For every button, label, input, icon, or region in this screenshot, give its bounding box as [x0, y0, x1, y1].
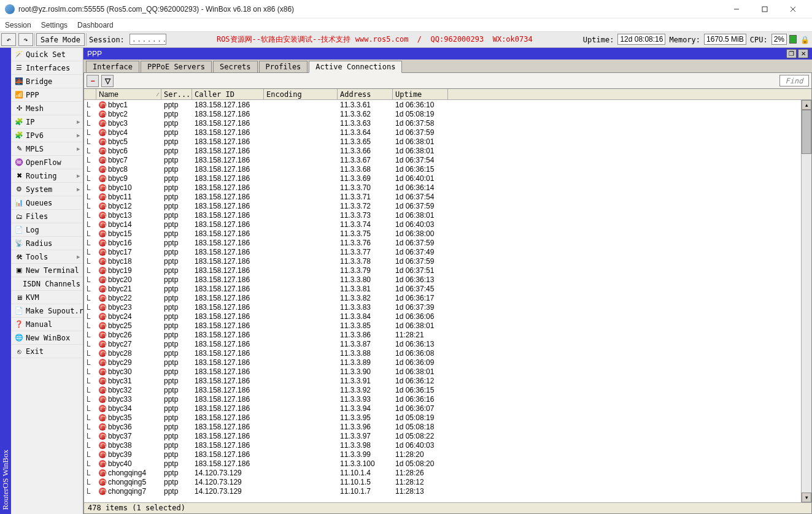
row-flag: L: [84, 431, 96, 440]
scroll-thumb[interactable]: [802, 110, 811, 154]
table-row[interactable]: Lbbyc35pptp183.158.127.18611.3.3.951d 05…: [84, 413, 801, 422]
close-button[interactable]: [779, 0, 807, 18]
row-encoding: [264, 440, 338, 450]
table-row[interactable]: Lbbyc25pptp183.158.127.18611.3.3.851d 06…: [84, 321, 801, 330]
table-row[interactable]: Lbbyc18pptp183.158.127.18611.3.3.781d 06…: [84, 256, 801, 266]
table-row[interactable]: Lbbyc27pptp183.158.127.18611.3.3.871d 06…: [84, 339, 801, 348]
remove-button[interactable]: −: [87, 75, 99, 87]
sidebar-item-new-winbox[interactable]: 🌐New WinBox: [11, 331, 83, 345]
row-caller: 183.158.127.186: [192, 174, 264, 183]
col-encoding: Encoding: [264, 89, 338, 99]
sidebar-item-radius[interactable]: 📡Radius: [11, 237, 83, 250]
sidebar-item-openflow[interactable]: ♒OpenFlow: [11, 156, 83, 169]
sidebar-item-ppp[interactable]: 📶PPP: [11, 88, 83, 102]
table-row[interactable]: Lbbyc6pptp183.158.127.18611.3.3.661d 06:…: [84, 146, 801, 155]
table-row[interactable]: Lbbyc24pptp183.158.127.18611.3.3.841d 06…: [84, 312, 801, 321]
table-row[interactable]: Lbbyc31pptp183.158.127.18611.3.3.911d 06…: [84, 376, 801, 385]
sidebar-item-make-supout.rif[interactable]: 📄Make Supout.rif: [11, 304, 83, 318]
table-row[interactable]: Lbbyc26pptp183.158.127.18611.3.3.8611:28…: [84, 330, 801, 339]
sidebar-item-routing[interactable]: ✖Routing▸: [11, 169, 83, 183]
connection-icon: [99, 331, 106, 339]
sidebar-item-bridge[interactable]: 🌉Bridge: [11, 75, 83, 88]
table-row[interactable]: Lbbyc23pptp183.158.127.18611.3.3.831d 06…: [84, 302, 801, 312]
table-row[interactable]: Lbbyc7pptp183.158.127.18611.3.3.671d 06:…: [84, 155, 801, 164]
find-input[interactable]: Find: [779, 75, 809, 86]
minimize-button[interactable]: [722, 0, 751, 18]
table-row[interactable]: Lbbyc4pptp183.158.127.18611.3.3.641d 06:…: [84, 128, 801, 137]
sidebar-item-new-terminal[interactable]: ▣New Terminal: [11, 264, 83, 277]
tab-interface[interactable]: Interface: [86, 61, 139, 73]
table-row[interactable]: Lbbyc15pptp183.158.127.18611.3.3.751d 06…: [84, 229, 801, 238]
table-row[interactable]: Lbbyc16pptp183.158.127.18611.3.3.761d 06…: [84, 238, 801, 247]
sidebar-item-isdn-channels[interactable]: ISDN Channels: [11, 277, 83, 291]
tab-profiles[interactable]: Profiles: [259, 61, 308, 73]
sidebar-item-ipv6[interactable]: 🧩IPv6▸: [11, 129, 83, 142]
scroll-down-button[interactable]: ▾: [802, 493, 811, 502]
table-row[interactable]: Lbbyc29pptp183.158.127.18611.3.3.891d 06…: [84, 358, 801, 367]
menu-settings[interactable]: Settings: [41, 21, 68, 29]
menu-session[interactable]: Session: [5, 21, 31, 29]
table-row[interactable]: Lbbyc8pptp183.158.127.18611.3.3.681d 06:…: [84, 164, 801, 174]
table-row[interactable]: Lbbyc12pptp183.158.127.18611.3.3.721d 06…: [84, 201, 801, 210]
table-row[interactable]: Lbbyc10pptp183.158.127.18611.3.3.701d 06…: [84, 183, 801, 192]
filter-button[interactable]: ▽: [101, 75, 114, 87]
table-row[interactable]: Lbbyc13pptp183.158.127.18611.3.3.731d 06…: [84, 210, 801, 220]
scroll-up-button[interactable]: ▴: [802, 100, 811, 110]
table-row[interactable]: Lbbyc38pptp183.158.127.18611.3.3.981d 06…: [84, 440, 801, 450]
grid-header[interactable]: Name∕ Ser... Caller ID Encoding Address …: [84, 89, 811, 100]
table-row[interactable]: Lbbyc9pptp183.158.127.18611.3.3.691d 06:…: [84, 174, 801, 183]
table-row[interactable]: Lbbyc2pptp183.158.127.18611.3.3.621d 05:…: [84, 109, 801, 118]
vertical-scrollbar[interactable]: ▴ ▾: [801, 100, 811, 502]
panel-close-button[interactable]: ✕: [798, 49, 808, 58]
grid-rows[interactable]: Lbbyc1pptp183.158.127.18611.3.3.611d 06:…: [84, 100, 801, 502]
tab-secrets[interactable]: Secrets: [213, 61, 258, 73]
sidebar-item-mpls[interactable]: ✎MPLS▸: [11, 142, 83, 156]
table-row[interactable]: Lbbyc28pptp183.158.127.18611.3.3.881d 06…: [84, 348, 801, 358]
sidebar-item-ip[interactable]: 🧩IP▸: [11, 115, 83, 129]
sidebar-item-interfaces[interactable]: ☰Interfaces: [11, 61, 83, 75]
sidebar-item-kvm[interactable]: 🖥KVM: [11, 291, 83, 304]
table-row[interactable]: Lbbyc14pptp183.158.127.18611.3.3.741d 06…: [84, 220, 801, 229]
table-row[interactable]: Lbbyc37pptp183.158.127.18611.3.3.971d 05…: [84, 431, 801, 440]
redo-button[interactable]: ↷: [18, 33, 33, 46]
table-row[interactable]: Lbbyc34pptp183.158.127.18611.3.3.941d 06…: [84, 404, 801, 413]
sidebar-item-quick-set[interactable]: 🪄Quick Set: [11, 48, 83, 61]
table-row[interactable]: Lbbyc39pptp183.158.127.18611.3.3.9911:28…: [84, 450, 801, 459]
flow-icon: ♒: [15, 158, 23, 167]
table-row[interactable]: Lbbyc17pptp183.158.127.18611.3.3.771d 06…: [84, 247, 801, 256]
table-row[interactable]: Lbbyc32pptp183.158.127.18611.3.3.921d 06…: [84, 385, 801, 394]
table-row[interactable]: Lbbyc19pptp183.158.127.18611.3.3.791d 06…: [84, 266, 801, 275]
sidebar-item-exit[interactable]: ⎋Exit: [11, 345, 83, 358]
table-row[interactable]: Lbbyc20pptp183.158.127.18611.3.3.801d 06…: [84, 275, 801, 284]
row-uptime: 11:28:12: [393, 477, 448, 486]
table-row[interactable]: Lbbyc1pptp183.158.127.18611.3.3.611d 06:…: [84, 100, 801, 109]
tab-active-connections[interactable]: Active Connections: [309, 61, 402, 73]
table-row[interactable]: Lchongqing7pptp14.120.73.12911.10.1.711:…: [84, 486, 801, 496]
table-row[interactable]: Lbbyc40pptp183.158.127.18611.3.3.1001d 0…: [84, 459, 801, 468]
sidebar-item-files[interactable]: 🗂Files: [11, 210, 83, 223]
sidebar-item-system[interactable]: ⚙System▸: [11, 183, 83, 196]
tab-pppoe-servers[interactable]: PPPoE Servers: [141, 61, 212, 73]
table-row[interactable]: Lchongqing4pptp14.120.73.12911.10.1.411:…: [84, 468, 801, 477]
table-row[interactable]: Lbbyc36pptp183.158.127.18611.3.3.961d 05…: [84, 422, 801, 431]
table-row[interactable]: Lbbyc30pptp183.158.127.18611.3.3.901d 06…: [84, 367, 801, 376]
sidebar-item-mesh[interactable]: ✣Mesh: [11, 102, 83, 115]
table-row[interactable]: Lbbyc5pptp183.158.127.18611.3.3.651d 06:…: [84, 137, 801, 146]
panel-restore-button[interactable]: ❐: [786, 49, 797, 58]
undo-button[interactable]: ↶: [1, 33, 16, 46]
table-row[interactable]: Lbbyc21pptp183.158.127.18611.3.3.811d 06…: [84, 284, 801, 293]
row-encoding: [264, 275, 338, 284]
table-row[interactable]: Lbbyc11pptp183.158.127.18611.3.3.711d 06…: [84, 192, 801, 201]
table-row[interactable]: Lchongqing5pptp14.120.73.12911.10.1.511:…: [84, 477, 801, 486]
sidebar-item-log[interactable]: 📄Log: [11, 223, 83, 237]
session-value[interactable]: .......: [130, 34, 166, 45]
safe-mode-button[interactable]: Safe Mode: [36, 33, 85, 46]
menu-dashboard[interactable]: Dashboard: [77, 21, 114, 29]
table-row[interactable]: Lbbyc3pptp183.158.127.18611.3.3.631d 06:…: [84, 118, 801, 128]
sidebar-item-queues[interactable]: 📊Queues: [11, 196, 83, 210]
sidebar-item-manual[interactable]: ❓Manual: [11, 318, 83, 331]
maximize-button[interactable]: [751, 0, 779, 18]
sidebar-item-tools[interactable]: 🛠Tools▸: [11, 250, 83, 264]
table-row[interactable]: Lbbyc33pptp183.158.127.18611.3.3.931d 06…: [84, 394, 801, 404]
table-row[interactable]: Lbbyc22pptp183.158.127.18611.3.3.821d 06…: [84, 293, 801, 302]
